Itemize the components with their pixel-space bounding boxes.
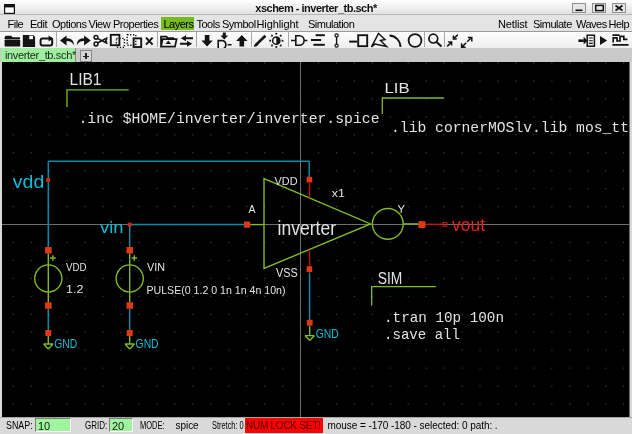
svg-text:A: A (249, 203, 256, 215)
svg-text:VDD: VDD (275, 175, 298, 187)
svg-text:.save all: .save all (384, 327, 460, 344)
svg-text:vin: vin (100, 218, 124, 236)
svg-text:vout: vout (452, 215, 485, 235)
svg-text:GND: GND (136, 337, 159, 351)
svg-text:VSS: VSS (276, 266, 298, 280)
svg-text:x1: x1 (332, 187, 345, 199)
svg-text:inverter: inverter (278, 216, 337, 239)
svg-text:vdd: vdd (13, 172, 45, 192)
svg-text:1.2: 1.2 (66, 283, 84, 295)
svg-text:LIB: LIB (385, 79, 410, 96)
svg-text:.tran 10p 100n: .tran 10p 100n (384, 310, 504, 327)
svg-text:SIM: SIM (378, 270, 403, 287)
svg-text:PULSE(0 1.2 0 1n 1n 4n 10n): PULSE(0 1.2 0 1n 1n 4n 10n) (147, 284, 286, 296)
svg-text:LIB1: LIB1 (70, 71, 102, 88)
svg-text:GND: GND (54, 337, 77, 351)
svg-text:Y: Y (398, 203, 406, 215)
svg-text:GND: GND (316, 327, 339, 341)
svg-text:VIN: VIN (147, 261, 165, 273)
svg-text:VDD: VDD (66, 261, 87, 273)
svg-text:.lib cornerMOSlv.lib mos_tt: .lib cornerMOSlv.lib mos_tt (391, 120, 629, 137)
svg-text:.inc $HOME/inverter/inverter.s: .inc $HOME/inverter/inverter.spice (79, 111, 380, 128)
